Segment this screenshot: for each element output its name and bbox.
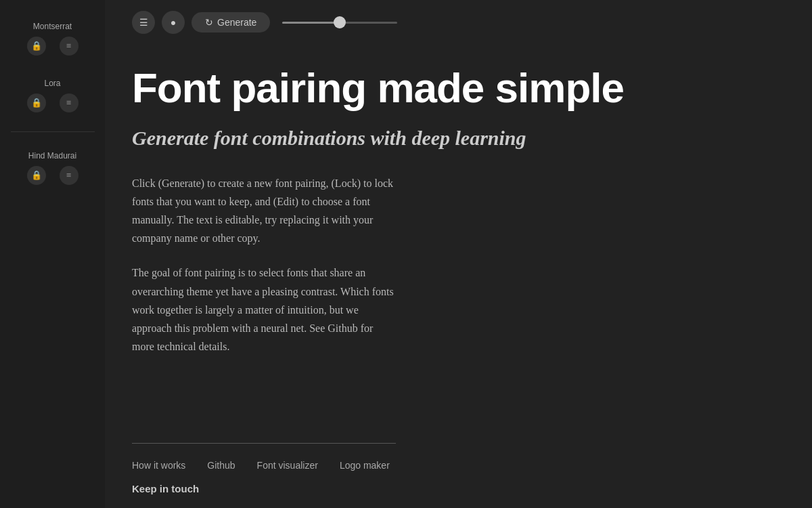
footer-divider xyxy=(132,443,396,444)
footer-link-how-it-works[interactable]: How it works xyxy=(132,460,185,471)
slider-container xyxy=(282,22,397,24)
body-paragraph-1[interactable]: Click (Generate) to create a new font pa… xyxy=(132,174,396,248)
footer-link-github[interactable]: Github xyxy=(207,460,235,471)
font-size-slider[interactable] xyxy=(282,22,397,24)
sidebar-font-icons-montserrat: 🔒 ≡ xyxy=(27,37,78,56)
list-icon: ☰ xyxy=(139,17,148,28)
footer-link-logo-maker[interactable]: Logo maker xyxy=(340,460,390,471)
footer-link-font-visualizer[interactable]: Font visualizer xyxy=(257,460,318,471)
footer-keep-in-touch: Keep in touch xyxy=(132,483,785,494)
sidebar-font-icons-lora: 🔒 ≡ xyxy=(27,93,78,112)
lock-icon-hind-madurai[interactable]: 🔒 xyxy=(27,166,46,185)
toolbar: ☰ ● ↻ Generate xyxy=(105,0,812,45)
sidebar-font-name-hind-madurai: Hind Madurai xyxy=(28,151,76,161)
circle-icon: ● xyxy=(171,17,176,28)
footer-links: How it works Github Font visualizer Logo… xyxy=(132,460,785,471)
generate-label: Generate xyxy=(217,17,256,28)
generate-button[interactable]: ↻ Generate xyxy=(191,12,270,33)
sidebar: Montserrat 🔒 ≡ Lora 🔒 ≡ Hind Madurai 🔒 ≡ xyxy=(0,0,105,508)
edit-icon-lora[interactable]: ≡ xyxy=(60,93,78,112)
main-content: ☰ ● ↻ Generate Font pairing made simple … xyxy=(105,0,812,508)
main-headline[interactable]: Font pairing made simple xyxy=(132,65,785,111)
sidebar-font-name-montserrat: Montserrat xyxy=(33,22,72,31)
sidebar-font-name-lora: Lora xyxy=(44,79,60,88)
sidebar-font-icons-hind-madurai: 🔒 ≡ xyxy=(27,166,78,185)
content-area: Font pairing made simple Generate font c… xyxy=(105,45,812,443)
sidebar-font-lora: Lora 🔒 ≡ xyxy=(0,70,105,121)
sidebar-font-hind-madurai: Hind Madurai 🔒 ≡ xyxy=(0,143,105,193)
sub-headline[interactable]: Generate font combinations with deep lea… xyxy=(132,125,785,152)
edit-icon-hind-madurai[interactable]: ≡ xyxy=(60,166,78,185)
list-view-button[interactable]: ☰ xyxy=(132,11,155,34)
circle-button[interactable]: ● xyxy=(162,11,185,34)
lock-icon-montserrat[interactable]: 🔒 xyxy=(27,37,46,56)
footer: How it works Github Font visualizer Logo… xyxy=(105,443,812,508)
refresh-icon: ↻ xyxy=(205,17,213,28)
sidebar-font-montserrat: Montserrat 🔒 ≡ xyxy=(0,14,105,64)
body-paragraph-2[interactable]: The goal of font pairing is to select fo… xyxy=(132,263,396,356)
lock-icon-lora[interactable]: 🔒 xyxy=(27,93,46,112)
edit-icon-montserrat[interactable]: ≡ xyxy=(60,37,78,56)
sidebar-divider xyxy=(11,131,95,132)
